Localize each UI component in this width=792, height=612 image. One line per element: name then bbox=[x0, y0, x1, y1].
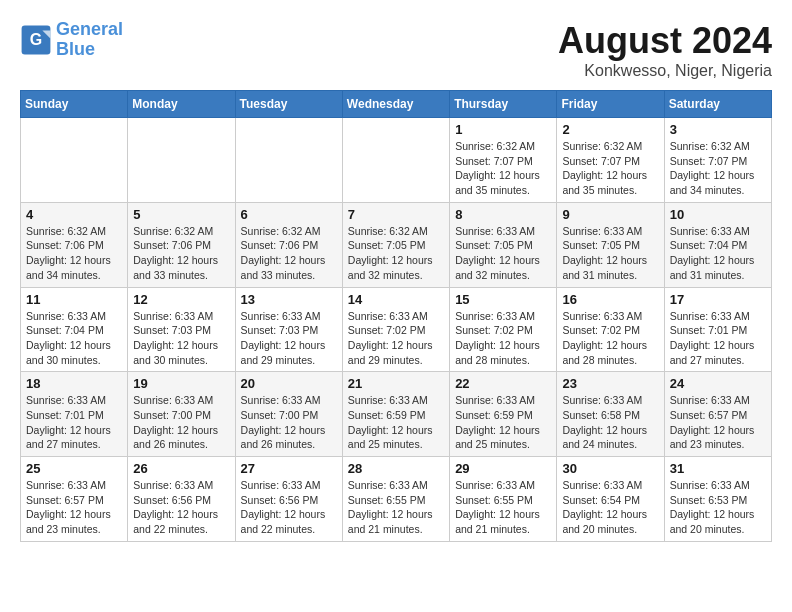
day-number: 24 bbox=[670, 376, 766, 391]
days-header-row: SundayMondayTuesdayWednesdayThursdayFrid… bbox=[21, 91, 772, 118]
day-number: 4 bbox=[26, 207, 122, 222]
calendar-cell: 18Sunrise: 6:33 AM Sunset: 7:01 PM Dayli… bbox=[21, 372, 128, 457]
calendar-cell bbox=[128, 118, 235, 203]
logo-blue: Blue bbox=[56, 39, 95, 59]
day-info: Sunrise: 6:33 AM Sunset: 6:56 PM Dayligh… bbox=[133, 478, 229, 537]
day-number: 1 bbox=[455, 122, 551, 137]
day-number: 17 bbox=[670, 292, 766, 307]
day-number: 21 bbox=[348, 376, 444, 391]
day-header-tuesday: Tuesday bbox=[235, 91, 342, 118]
day-header-monday: Monday bbox=[128, 91, 235, 118]
day-info: Sunrise: 6:33 AM Sunset: 7:04 PM Dayligh… bbox=[26, 309, 122, 368]
week-row-4: 18Sunrise: 6:33 AM Sunset: 7:01 PM Dayli… bbox=[21, 372, 772, 457]
calendar-cell: 12Sunrise: 6:33 AM Sunset: 7:03 PM Dayli… bbox=[128, 287, 235, 372]
calendar-cell: 20Sunrise: 6:33 AM Sunset: 7:00 PM Dayli… bbox=[235, 372, 342, 457]
logo: G General Blue bbox=[20, 20, 123, 60]
calendar-cell: 11Sunrise: 6:33 AM Sunset: 7:04 PM Dayli… bbox=[21, 287, 128, 372]
day-number: 26 bbox=[133, 461, 229, 476]
day-info: Sunrise: 6:33 AM Sunset: 6:57 PM Dayligh… bbox=[670, 393, 766, 452]
day-header-thursday: Thursday bbox=[450, 91, 557, 118]
day-info: Sunrise: 6:32 AM Sunset: 7:05 PM Dayligh… bbox=[348, 224, 444, 283]
day-number: 31 bbox=[670, 461, 766, 476]
day-number: 15 bbox=[455, 292, 551, 307]
day-number: 7 bbox=[348, 207, 444, 222]
logo-text: General Blue bbox=[56, 20, 123, 60]
calendar-cell: 21Sunrise: 6:33 AM Sunset: 6:59 PM Dayli… bbox=[342, 372, 449, 457]
day-info: Sunrise: 6:33 AM Sunset: 7:02 PM Dayligh… bbox=[348, 309, 444, 368]
day-info: Sunrise: 6:33 AM Sunset: 6:59 PM Dayligh… bbox=[348, 393, 444, 452]
month-title: August 2024 bbox=[558, 20, 772, 62]
day-info: Sunrise: 6:33 AM Sunset: 6:54 PM Dayligh… bbox=[562, 478, 658, 537]
calendar-cell: 28Sunrise: 6:33 AM Sunset: 6:55 PM Dayli… bbox=[342, 457, 449, 542]
day-number: 13 bbox=[241, 292, 337, 307]
day-info: Sunrise: 6:33 AM Sunset: 7:04 PM Dayligh… bbox=[670, 224, 766, 283]
day-info: Sunrise: 6:33 AM Sunset: 6:56 PM Dayligh… bbox=[241, 478, 337, 537]
week-row-1: 1Sunrise: 6:32 AM Sunset: 7:07 PM Daylig… bbox=[21, 118, 772, 203]
day-number: 2 bbox=[562, 122, 658, 137]
day-info: Sunrise: 6:33 AM Sunset: 7:00 PM Dayligh… bbox=[133, 393, 229, 452]
day-number: 8 bbox=[455, 207, 551, 222]
day-info: Sunrise: 6:33 AM Sunset: 6:55 PM Dayligh… bbox=[348, 478, 444, 537]
day-info: Sunrise: 6:32 AM Sunset: 7:06 PM Dayligh… bbox=[133, 224, 229, 283]
logo-general: General bbox=[56, 19, 123, 39]
day-info: Sunrise: 6:33 AM Sunset: 7:05 PM Dayligh… bbox=[455, 224, 551, 283]
calendar-cell: 22Sunrise: 6:33 AM Sunset: 6:59 PM Dayli… bbox=[450, 372, 557, 457]
calendar-cell: 17Sunrise: 6:33 AM Sunset: 7:01 PM Dayli… bbox=[664, 287, 771, 372]
calendar-cell: 10Sunrise: 6:33 AM Sunset: 7:04 PM Dayli… bbox=[664, 202, 771, 287]
calendar-cell: 2Sunrise: 6:32 AM Sunset: 7:07 PM Daylig… bbox=[557, 118, 664, 203]
day-info: Sunrise: 6:32 AM Sunset: 7:07 PM Dayligh… bbox=[455, 139, 551, 198]
calendar-cell: 30Sunrise: 6:33 AM Sunset: 6:54 PM Dayli… bbox=[557, 457, 664, 542]
calendar-cell bbox=[235, 118, 342, 203]
day-number: 10 bbox=[670, 207, 766, 222]
day-info: Sunrise: 6:33 AM Sunset: 7:05 PM Dayligh… bbox=[562, 224, 658, 283]
calendar-cell: 7Sunrise: 6:32 AM Sunset: 7:05 PM Daylig… bbox=[342, 202, 449, 287]
calendar-cell: 27Sunrise: 6:33 AM Sunset: 6:56 PM Dayli… bbox=[235, 457, 342, 542]
calendar-cell: 31Sunrise: 6:33 AM Sunset: 6:53 PM Dayli… bbox=[664, 457, 771, 542]
day-number: 28 bbox=[348, 461, 444, 476]
day-number: 25 bbox=[26, 461, 122, 476]
day-number: 29 bbox=[455, 461, 551, 476]
day-info: Sunrise: 6:32 AM Sunset: 7:07 PM Dayligh… bbox=[670, 139, 766, 198]
calendar-cell: 19Sunrise: 6:33 AM Sunset: 7:00 PM Dayli… bbox=[128, 372, 235, 457]
calendar-cell: 15Sunrise: 6:33 AM Sunset: 7:02 PM Dayli… bbox=[450, 287, 557, 372]
week-row-2: 4Sunrise: 6:32 AM Sunset: 7:06 PM Daylig… bbox=[21, 202, 772, 287]
calendar-cell: 9Sunrise: 6:33 AM Sunset: 7:05 PM Daylig… bbox=[557, 202, 664, 287]
day-number: 19 bbox=[133, 376, 229, 391]
day-info: Sunrise: 6:33 AM Sunset: 6:59 PM Dayligh… bbox=[455, 393, 551, 452]
day-number: 5 bbox=[133, 207, 229, 222]
day-info: Sunrise: 6:33 AM Sunset: 7:02 PM Dayligh… bbox=[562, 309, 658, 368]
day-info: Sunrise: 6:33 AM Sunset: 7:01 PM Dayligh… bbox=[670, 309, 766, 368]
logo-icon: G bbox=[20, 24, 52, 56]
calendar-table: SundayMondayTuesdayWednesdayThursdayFrid… bbox=[20, 90, 772, 542]
location: Konkwesso, Niger, Nigeria bbox=[558, 62, 772, 80]
day-info: Sunrise: 6:33 AM Sunset: 7:03 PM Dayligh… bbox=[133, 309, 229, 368]
day-number: 9 bbox=[562, 207, 658, 222]
day-number: 6 bbox=[241, 207, 337, 222]
day-number: 16 bbox=[562, 292, 658, 307]
calendar-cell: 16Sunrise: 6:33 AM Sunset: 7:02 PM Dayli… bbox=[557, 287, 664, 372]
calendar-cell: 23Sunrise: 6:33 AM Sunset: 6:58 PM Dayli… bbox=[557, 372, 664, 457]
calendar-cell: 3Sunrise: 6:32 AM Sunset: 7:07 PM Daylig… bbox=[664, 118, 771, 203]
day-info: Sunrise: 6:33 AM Sunset: 6:55 PM Dayligh… bbox=[455, 478, 551, 537]
day-header-sunday: Sunday bbox=[21, 91, 128, 118]
day-info: Sunrise: 6:33 AM Sunset: 7:00 PM Dayligh… bbox=[241, 393, 337, 452]
calendar-cell bbox=[342, 118, 449, 203]
day-number: 12 bbox=[133, 292, 229, 307]
calendar-cell: 13Sunrise: 6:33 AM Sunset: 7:03 PM Dayli… bbox=[235, 287, 342, 372]
calendar-cell: 6Sunrise: 6:32 AM Sunset: 7:06 PM Daylig… bbox=[235, 202, 342, 287]
calendar-cell: 25Sunrise: 6:33 AM Sunset: 6:57 PM Dayli… bbox=[21, 457, 128, 542]
calendar-cell: 24Sunrise: 6:33 AM Sunset: 6:57 PM Dayli… bbox=[664, 372, 771, 457]
day-number: 27 bbox=[241, 461, 337, 476]
calendar-cell: 8Sunrise: 6:33 AM Sunset: 7:05 PM Daylig… bbox=[450, 202, 557, 287]
title-area: August 2024 Konkwesso, Niger, Nigeria bbox=[558, 20, 772, 80]
calendar-cell: 5Sunrise: 6:32 AM Sunset: 7:06 PM Daylig… bbox=[128, 202, 235, 287]
calendar-cell: 1Sunrise: 6:32 AM Sunset: 7:07 PM Daylig… bbox=[450, 118, 557, 203]
day-header-friday: Friday bbox=[557, 91, 664, 118]
day-number: 11 bbox=[26, 292, 122, 307]
day-info: Sunrise: 6:33 AM Sunset: 6:57 PM Dayligh… bbox=[26, 478, 122, 537]
svg-text:G: G bbox=[30, 31, 42, 48]
day-info: Sunrise: 6:32 AM Sunset: 7:07 PM Dayligh… bbox=[562, 139, 658, 198]
day-header-saturday: Saturday bbox=[664, 91, 771, 118]
calendar-cell: 29Sunrise: 6:33 AM Sunset: 6:55 PM Dayli… bbox=[450, 457, 557, 542]
day-number: 14 bbox=[348, 292, 444, 307]
